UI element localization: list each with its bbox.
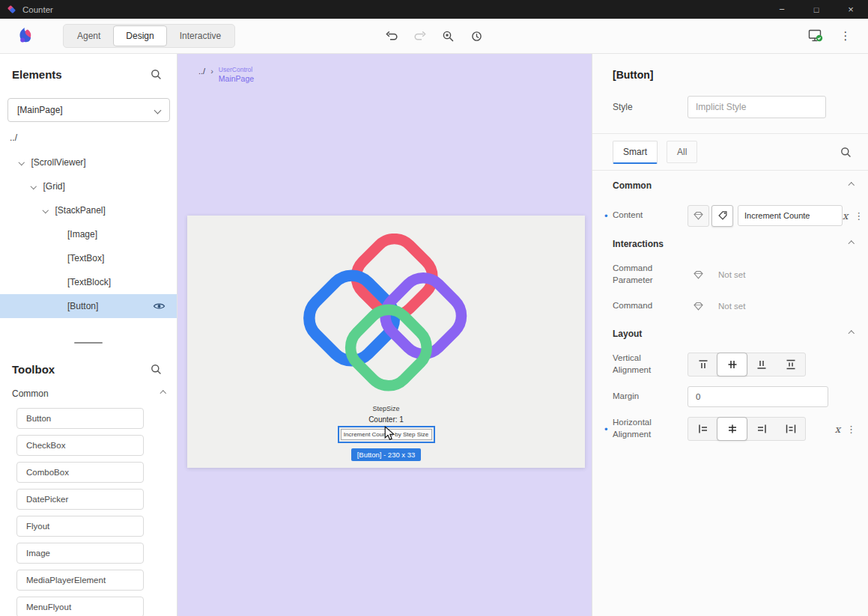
- command-parameter-label: Command Parameter: [613, 263, 688, 286]
- tree-item-grid[interactable]: [Grid]: [0, 174, 177, 198]
- literal-tag-icon[interactable]: [711, 205, 733, 227]
- tree-item-image[interactable]: [Image]: [0, 222, 177, 246]
- toolbox-item-checkbox[interactable]: CheckBox: [16, 435, 144, 456]
- properties-search-icon[interactable]: [837, 143, 855, 161]
- vertical-alignment-group: [688, 353, 806, 376]
- horizontal-alignment-row: • Horizontal Alignment x ⋮: [592, 412, 868, 446]
- breadcrumb-root[interactable]: ../: [198, 67, 205, 76]
- halign-right-icon[interactable]: [747, 418, 776, 440]
- valign-stretch-icon[interactable]: [776, 353, 805, 376]
- toolbox-item-button[interactable]: Button: [16, 408, 144, 429]
- property-set-indicator: •: [604, 210, 608, 222]
- tree-item-textbox[interactable]: [TextBox]: [0, 246, 177, 270]
- selected-element-title: [Button]: [592, 54, 868, 90]
- more-menu-icon[interactable]: ⋮: [837, 27, 855, 45]
- inspect-element-icon[interactable]: [440, 27, 458, 45]
- toolbox-item-mediaplayerelement[interactable]: MediaPlayerElement: [16, 570, 144, 591]
- tab-all[interactable]: All: [667, 141, 697, 163]
- chevron-down-icon[interactable]: [43, 207, 49, 213]
- inspector-tabs: Smart All: [592, 134, 868, 170]
- content-value-input[interactable]: [738, 205, 843, 226]
- tree-item-label: [Button]: [67, 301, 98, 311]
- content-property-row: • Content x ⋮: [592, 201, 868, 231]
- tree-item-label: [Image]: [67, 229, 97, 240]
- section-layout[interactable]: Layout: [592, 320, 868, 347]
- binding-gem-icon[interactable]: [688, 270, 709, 279]
- history-clock-icon[interactable]: [468, 27, 486, 45]
- tree-item-scrollviewer[interactable]: [ScrollViewer]: [0, 150, 177, 174]
- binding-gem-icon[interactable]: [688, 302, 709, 311]
- app-window: Counter − □ × Agent Design Interactive: [0, 0, 868, 616]
- command-parameter-value[interactable]: Not set: [718, 270, 745, 279]
- window-app-icon: [7, 4, 16, 14]
- command-parameter-row: Command Parameter Not set: [592, 257, 868, 292]
- chevron-down-icon: [154, 106, 162, 114]
- visibility-eye-icon[interactable]: [153, 302, 166, 311]
- halign-center-icon[interactable]: [717, 418, 747, 440]
- tab-interactive[interactable]: Interactive: [167, 25, 234, 46]
- tree-item-stackpanel[interactable]: [StackPanel]: [0, 198, 177, 222]
- breadcrumb-page: MainPage: [219, 74, 254, 83]
- tree-item-button[interactable]: [Button]: [0, 294, 177, 318]
- maximize-button[interactable]: □: [799, 0, 834, 19]
- chevron-up-icon: [848, 331, 854, 337]
- toolbox-item-flyout[interactable]: Flyout: [16, 516, 144, 537]
- valign-bottom-icon[interactable]: [747, 353, 776, 376]
- valign-top-icon[interactable]: [688, 353, 717, 376]
- property-menu-icon[interactable]: ⋮: [854, 210, 864, 222]
- properties-panel: [Button] Style Smart All Common • Conten…: [592, 54, 868, 616]
- chevron-down-icon[interactable]: [19, 159, 25, 165]
- elements-search-icon[interactable]: [147, 65, 165, 83]
- toolbox-item-image[interactable]: Image: [16, 543, 144, 564]
- breadcrumb-current[interactable]: UserControl MainPage: [219, 67, 254, 83]
- redo-icon[interactable]: [411, 27, 429, 45]
- markup-extension-icon[interactable]: x: [843, 210, 848, 222]
- page-scope-dropdown[interactable]: [MainPage]: [7, 98, 170, 122]
- window-title: Counter: [22, 5, 53, 14]
- titlebar: Counter − □ ×: [0, 0, 868, 19]
- markup-extension-icon[interactable]: x: [835, 424, 840, 435]
- toolbox-section-common[interactable]: Common: [0, 381, 177, 403]
- left-sidebar: Elements [MainPage] ../ [ScrollViewer] […: [0, 54, 177, 616]
- toolbox-search-icon[interactable]: [147, 360, 165, 378]
- section-interactions[interactable]: Interactions: [592, 231, 868, 257]
- tab-agent[interactable]: Agent: [64, 25, 113, 46]
- toolbox-item-menuflyout[interactable]: MenuFlyout: [16, 597, 144, 616]
- tree-root-item[interactable]: ../: [0, 128, 177, 147]
- halign-stretch-icon[interactable]: [776, 418, 805, 440]
- mode-tabs: Agent Design Interactive: [63, 24, 235, 48]
- content-extras: x ⋮: [843, 210, 867, 222]
- device-preview-icon[interactable]: [807, 27, 825, 45]
- vertical-alignment-label: Vertical Alignment: [613, 353, 688, 376]
- undo-icon[interactable]: [383, 27, 401, 45]
- design-canvas[interactable]: ../ › UserControl MainPage StepSize Coun…: [177, 54, 592, 616]
- chevron-up-icon: [848, 183, 854, 189]
- tree-item-label: [StackPanel]: [55, 205, 106, 216]
- section-common[interactable]: Common: [592, 171, 868, 201]
- margin-label: Margin: [613, 391, 688, 403]
- breadcrumb: ../ › UserControl MainPage: [198, 67, 254, 83]
- content-label: Content: [613, 210, 688, 222]
- close-button[interactable]: ×: [834, 0, 868, 19]
- tree-item-label: [TextBlock]: [67, 277, 111, 287]
- chevron-down-icon[interactable]: [31, 183, 37, 189]
- style-input[interactable]: [688, 96, 826, 118]
- toolbox-item-combobox[interactable]: ComboBox: [16, 462, 144, 483]
- halign-left-icon[interactable]: [688, 418, 717, 440]
- toolbox-item-datepicker[interactable]: DatePicker: [16, 489, 144, 510]
- app-rings-logo: [303, 234, 470, 400]
- mouse-cursor: [384, 426, 395, 443]
- toolbox-section-label: Common: [12, 388, 49, 399]
- tab-smart[interactable]: Smart: [613, 141, 658, 164]
- property-menu-icon[interactable]: ⋮: [846, 424, 856, 435]
- chevron-up-icon: [160, 391, 166, 397]
- tree-item-textblock[interactable]: [TextBlock]: [0, 270, 177, 294]
- vertical-alignment-row: Vertical Alignment: [592, 347, 868, 382]
- minimize-button[interactable]: −: [765, 0, 799, 19]
- binding-gem-icon[interactable]: [688, 205, 709, 227]
- tab-design[interactable]: Design: [113, 25, 166, 46]
- command-value[interactable]: Not set: [718, 302, 745, 311]
- tree-item-label: [ScrollViewer]: [31, 157, 86, 168]
- margin-input[interactable]: [688, 386, 828, 407]
- valign-center-icon[interactable]: [717, 353, 747, 376]
